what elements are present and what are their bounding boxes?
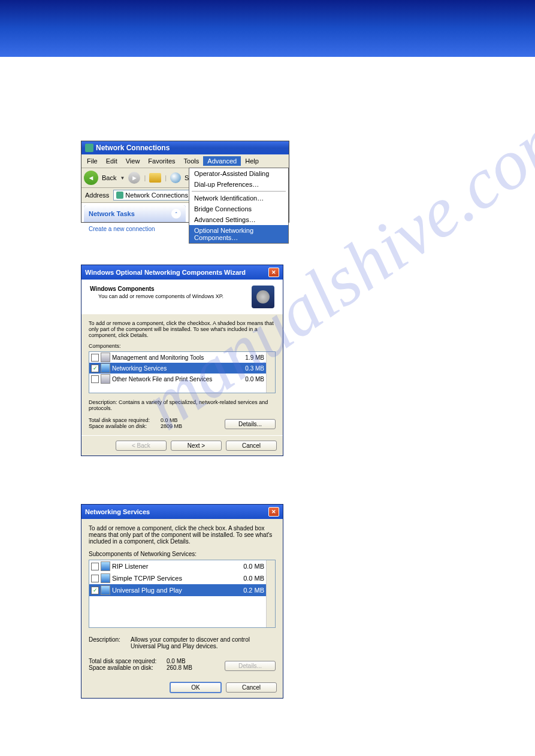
cancel-button[interactable]: Cancel xyxy=(226,682,277,693)
wizard-heading: Windows Components xyxy=(90,286,223,292)
subcomponents-list: RIP Listener 0.0 MB Simple TCP/IP Servic… xyxy=(89,560,276,628)
menu-item-operator-dialing[interactable]: Operator-Assisted Dialing xyxy=(189,168,288,179)
subcomponent-rip[interactable]: RIP Listener 0.0 MB xyxy=(89,560,266,572)
menu-view[interactable]: View xyxy=(122,156,144,166)
network-tasks-header[interactable]: Network Tasks ˆ xyxy=(84,205,186,222)
back-label: Back xyxy=(102,174,116,181)
wizard-title: Windows Optional Networking Components W… xyxy=(85,269,246,276)
menu-help[interactable]: Help xyxy=(241,156,263,166)
component-size: 0.3 MB xyxy=(245,365,264,372)
components-list: Management and Monitoring Tools 1.9 MB ✓… xyxy=(89,351,276,393)
menu-file[interactable]: File xyxy=(83,156,102,166)
component-name: Management and Monitoring Tools xyxy=(112,354,204,361)
dialog-titlebar: Networking Services ✕ xyxy=(81,505,283,519)
component-size: 1.9 MB xyxy=(245,354,264,361)
menu-item-dialup-prefs[interactable]: Dial-up Preferences… xyxy=(189,179,288,190)
back-dropdown-icon[interactable]: ▼ xyxy=(120,175,125,181)
window-title: Network Connections xyxy=(96,144,170,152)
close-button[interactable]: ✕ xyxy=(268,268,279,277)
subcomponent-icon xyxy=(101,573,110,583)
subcomponent-upnp[interactable]: ✓ Universal Plug and Play 0.2 MB xyxy=(89,584,266,596)
wizard-instructions: To add or remove a component, click the … xyxy=(89,320,276,338)
subcomponent-icon xyxy=(101,561,110,571)
network-tasks-panel: Network Tasks ˆ Create a new connection xyxy=(84,205,186,222)
close-button[interactable]: ✕ xyxy=(268,507,279,517)
scrollbar[interactable] xyxy=(266,352,275,393)
window-icon xyxy=(85,144,93,152)
address-label: Address xyxy=(83,192,111,199)
subcomponent-name: Universal Plug and Play xyxy=(112,587,182,594)
wizard-titlebar: Windows Optional Networking Components W… xyxy=(81,265,283,280)
dialog-buttons: OK Cancel xyxy=(81,677,283,698)
description-text: Allows your computer to discover and con… xyxy=(131,636,276,649)
details-button: Details... xyxy=(225,661,276,671)
checkbox[interactable] xyxy=(91,575,99,582)
details-button[interactable]: Details... xyxy=(225,419,276,429)
address-value: Network Connections xyxy=(125,192,188,199)
wizard-subheading: You can add or remove components of Wind… xyxy=(98,293,223,299)
ok-button[interactable]: OK xyxy=(170,682,222,693)
components-label: Components: xyxy=(89,343,276,349)
search-icon[interactable] xyxy=(170,172,181,183)
dialog-title: Networking Services xyxy=(85,508,150,515)
menu-advanced[interactable]: Advanced xyxy=(203,156,241,166)
task-create-connection[interactable]: Create a new connection xyxy=(89,226,181,232)
menu-tools[interactable]: Tools xyxy=(180,156,204,166)
checkbox[interactable] xyxy=(91,563,99,570)
disk-required-label: Total disk space required: xyxy=(89,658,167,664)
menu-favorites[interactable]: Favorites xyxy=(144,156,179,166)
back-button: < Back xyxy=(116,441,167,451)
checkbox[interactable]: ✓ xyxy=(91,587,99,594)
disk-available: 260.8 MB xyxy=(167,664,192,671)
subcomponent-tcpip[interactable]: Simple TCP/IP Services 0.0 MB xyxy=(89,572,266,584)
tasks-title: Network Tasks xyxy=(89,210,135,217)
next-button[interactable]: Next > xyxy=(171,441,222,451)
component-icon xyxy=(101,363,110,373)
disk-required: 0.0 MB xyxy=(161,417,178,423)
wizard-dialog: Windows Optional Networking Components W… xyxy=(81,265,283,456)
checkbox[interactable] xyxy=(91,354,99,362)
description-label: Description: xyxy=(89,636,131,649)
component-mgmt-tools[interactable]: Management and Monitoring Tools 1.9 MB xyxy=(89,352,266,363)
component-networking-services[interactable]: ✓ Networking Services 0.3 MB xyxy=(89,363,266,374)
dialog-instructions: To add or remove a component, click the … xyxy=(89,525,276,545)
collapse-icon[interactable]: ˆ xyxy=(171,209,181,218)
subcomponents-label: Subcomponents of Networking Services: xyxy=(89,551,276,557)
menu-bar: File Edit View Favorites Tools Advanced … xyxy=(81,154,289,168)
cancel-button[interactable]: Cancel xyxy=(226,441,277,451)
menu-item-advanced-settings[interactable]: Advanced Settings… xyxy=(189,214,288,225)
description-label: Description: xyxy=(89,399,117,405)
menu-item-network-id[interactable]: Network Identification… xyxy=(189,193,288,204)
menu-edit[interactable]: Edit xyxy=(102,156,122,166)
scrollbar[interactable] xyxy=(266,560,275,627)
page-banner xyxy=(0,0,535,57)
disk-available-label: Space available on disk: xyxy=(89,664,167,671)
advanced-dropdown: Operator-Assisted Dialing Dial-up Prefer… xyxy=(189,168,289,244)
network-connections-window: Network Connections File Edit View Favor… xyxy=(81,141,289,223)
back-button[interactable]: ◄ xyxy=(84,171,98,185)
subcomponent-name: Simple TCP/IP Services xyxy=(112,575,182,582)
menu-item-bridge[interactable]: Bridge Connections xyxy=(189,204,288,214)
disk-required-label: Total disk space required: xyxy=(89,417,161,423)
subcomponent-icon xyxy=(101,585,110,595)
wizard-icon xyxy=(252,286,274,308)
networking-services-dialog: Networking Services ✕ To add or remove a… xyxy=(81,504,283,699)
component-other-network[interactable]: Other Network File and Print Services 0.… xyxy=(89,374,266,384)
up-folder-icon[interactable] xyxy=(149,173,161,183)
wizard-buttons: < Back Next > Cancel xyxy=(81,435,283,456)
disk-required: 0.0 MB xyxy=(167,658,186,664)
component-size: 0.0 MB xyxy=(245,376,264,382)
forward-button[interactable]: ► xyxy=(128,172,140,184)
disk-available-label: Space available on disk: xyxy=(89,423,161,429)
subcomponent-size: 0.2 MB xyxy=(243,587,264,594)
component-icon xyxy=(101,374,110,384)
checkbox[interactable]: ✓ xyxy=(91,365,99,372)
checkbox[interactable] xyxy=(91,375,99,383)
subcomponent-name: RIP Listener xyxy=(112,563,148,570)
component-icon xyxy=(101,353,110,362)
menu-item-optional-networking[interactable]: Optional Networking Components… xyxy=(189,225,288,243)
address-icon xyxy=(116,192,123,199)
component-name: Other Network File and Print Services xyxy=(112,376,212,382)
disk-available: 2809 MB xyxy=(161,423,182,429)
window-titlebar: Network Connections xyxy=(81,141,289,154)
